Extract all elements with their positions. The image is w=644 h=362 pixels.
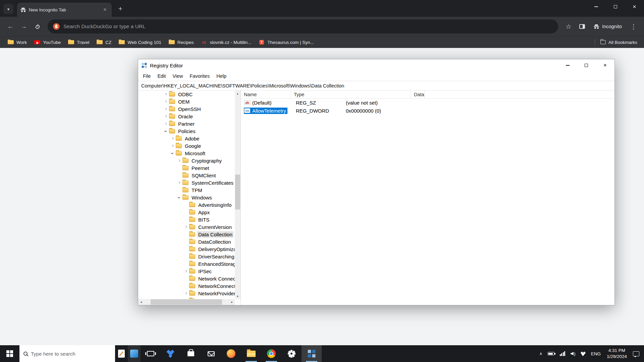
hidden-icons-button[interactable]: ∧ bbox=[537, 345, 545, 362]
tree-item[interactable]: CurrentVersion bbox=[138, 223, 235, 231]
registry-address-bar[interactable]: Computer\HKEY_LOCAL_MACHINE\SOFTWARE\Pol… bbox=[138, 81, 614, 90]
pen-app-button[interactable] bbox=[115, 345, 128, 362]
bookmark-item[interactable]: Work bbox=[4, 38, 31, 47]
side-panel-button[interactable] bbox=[576, 21, 588, 32]
mail-button[interactable] bbox=[201, 345, 221, 362]
menu-item[interactable]: File bbox=[140, 73, 154, 79]
menu-item[interactable]: View bbox=[169, 73, 186, 79]
battery-button[interactable] bbox=[545, 345, 557, 362]
tree-item[interactable]: TPM bbox=[138, 186, 235, 194]
tree-item[interactable]: OEM bbox=[138, 98, 235, 105]
bookmark-item[interactable]: CZ bbox=[93, 38, 115, 47]
dropbox-tray-button[interactable] bbox=[578, 345, 588, 362]
taskbar-clock[interactable]: 4:31 PM 1/29/2024 bbox=[603, 345, 630, 362]
column-header[interactable]: Name bbox=[241, 90, 291, 98]
tree-item[interactable]: BITS bbox=[138, 216, 235, 223]
forward-button[interactable]: → bbox=[18, 21, 30, 32]
scroll-left-icon[interactable]: ◂ bbox=[138, 299, 144, 305]
registry-editor-taskbar-button[interactable] bbox=[302, 345, 322, 362]
tree-item[interactable]: Partner bbox=[138, 120, 235, 127]
browser-maximize-button[interactable] bbox=[606, 0, 625, 13]
firefox-button[interactable] bbox=[221, 345, 241, 362]
tree-expander-icon[interactable] bbox=[163, 114, 169, 119]
tree-item[interactable]: Data Collection bbox=[138, 231, 235, 238]
chrome-button[interactable] bbox=[261, 345, 281, 362]
tree-expander-icon[interactable] bbox=[163, 92, 169, 97]
address-bar[interactable]: Search DuckDuckGo or type a URL bbox=[48, 19, 558, 34]
task-view-button[interactable] bbox=[141, 345, 161, 362]
tree-vertical-scrollbar[interactable]: ▴ ▾ bbox=[235, 90, 240, 299]
registry-value-row[interactable]: (Default) REG_SZ (value not set) bbox=[241, 99, 614, 107]
tree-expander-icon[interactable] bbox=[170, 136, 176, 141]
tree-item[interactable]: Appx bbox=[138, 208, 235, 216]
tree-item[interactable]: NetworkProvider bbox=[138, 290, 235, 297]
tree-expander-icon[interactable] bbox=[176, 195, 182, 200]
tree-item[interactable]: Microsoft bbox=[138, 149, 235, 157]
regedit-minimize-button[interactable] bbox=[558, 59, 577, 71]
scroll-down-icon[interactable]: ▾ bbox=[235, 293, 240, 299]
language-indicator[interactable]: ENG bbox=[588, 345, 603, 362]
back-button[interactable]: ← bbox=[5, 21, 16, 32]
new-tab-button[interactable]: + bbox=[116, 4, 125, 13]
bookmark-item[interactable]: YouTube bbox=[31, 38, 64, 47]
registry-value-row[interactable]: AllowTelemetry REG_DWORD 0x00000000 (0) bbox=[241, 107, 614, 115]
browser-tab[interactable]: New Incognito Tab × bbox=[17, 3, 112, 17]
reload-button[interactable] bbox=[32, 21, 43, 32]
browser-menu-button[interactable]: ⋮ bbox=[628, 21, 639, 32]
tree-expander-icon[interactable] bbox=[163, 128, 169, 134]
tree-horizontal-scrollbar[interactable]: ◂ ▸ bbox=[138, 299, 235, 305]
bookmark-item[interactable]: Web Coding 101 bbox=[115, 38, 165, 47]
start-button[interactable] bbox=[0, 345, 19, 362]
registry-title-bar[interactable]: Registry Editor × bbox=[138, 59, 614, 71]
vertical-scroll-thumb[interactable] bbox=[235, 175, 240, 209]
tree-item[interactable]: Network Connec bbox=[138, 275, 235, 282]
volume-button[interactable]: ) bbox=[568, 345, 578, 362]
bookmark-item[interactable]: Travel bbox=[64, 38, 93, 47]
tree-expander-icon[interactable] bbox=[183, 291, 189, 296]
bookmark-star-button[interactable]: ☆ bbox=[563, 21, 574, 32]
scroll-up-icon[interactable]: ▴ bbox=[235, 90, 240, 96]
bookmark-item[interactable]: Recipes bbox=[165, 38, 198, 47]
all-bookmarks-button[interactable]: All Bookmarks bbox=[598, 40, 640, 45]
tree-item[interactable]: IPSec bbox=[138, 267, 235, 275]
tree-item[interactable]: AdvertisingInfo bbox=[138, 201, 235, 208]
store-button[interactable] bbox=[181, 345, 201, 362]
dropbox-button[interactable] bbox=[161, 345, 181, 362]
action-center-button[interactable] bbox=[630, 345, 642, 362]
file-explorer-button[interactable] bbox=[241, 345, 261, 362]
tree-item[interactable]: DataCollection bbox=[138, 238, 235, 245]
tree-expander-icon[interactable] bbox=[176, 158, 182, 163]
tree-expander-icon[interactable] bbox=[176, 180, 182, 185]
tree-expander-icon[interactable] bbox=[183, 225, 189, 229]
settings-button[interactable] bbox=[281, 345, 302, 362]
browser-minimize-button[interactable] bbox=[587, 0, 606, 13]
tree-item[interactable]: EnhancedStorag bbox=[138, 260, 235, 267]
tree-expander-icon[interactable] bbox=[163, 121, 169, 126]
network-button[interactable] bbox=[557, 345, 568, 362]
tree-item[interactable]: Google bbox=[138, 142, 235, 149]
tree-item[interactable]: DriverSearching bbox=[138, 253, 235, 260]
bookmark-item[interactable]: Thesaurus.com | Syn... bbox=[255, 38, 318, 47]
tree-expander-icon[interactable] bbox=[163, 99, 169, 104]
tree-expander-icon[interactable] bbox=[170, 150, 176, 156]
menu-item[interactable]: Help bbox=[213, 73, 230, 79]
tree-item[interactable]: Peernet bbox=[138, 164, 235, 172]
tree-item[interactable]: SystemCertificates bbox=[138, 179, 235, 186]
tree-item[interactable]: OpenSSH bbox=[138, 105, 235, 113]
tree-item[interactable]: SQMClient bbox=[138, 172, 235, 179]
taskbar-search[interactable] bbox=[19, 345, 115, 362]
regedit-maximize-button[interactable] bbox=[577, 59, 596, 71]
tree-item[interactable]: ODBC bbox=[138, 90, 235, 98]
tree-expander-icon[interactable] bbox=[170, 143, 176, 148]
tab-search-button[interactable]: ▾ bbox=[3, 4, 13, 14]
menu-item[interactable]: Edit bbox=[154, 73, 169, 79]
tree-expander-icon[interactable] bbox=[183, 269, 189, 274]
scroll-right-icon[interactable]: ▸ bbox=[229, 299, 235, 305]
tree-item[interactable]: NetworkConnect bbox=[138, 282, 235, 290]
bookmark-item[interactable]: slovnik.cz - Multilin... bbox=[197, 38, 255, 47]
regedit-close-button[interactable]: × bbox=[596, 59, 614, 71]
tree-item[interactable]: DeliveryOptimiza bbox=[138, 245, 235, 253]
column-header[interactable]: Data bbox=[411, 90, 425, 98]
search-input[interactable] bbox=[31, 351, 111, 357]
tree-item[interactable]: Cryptography bbox=[138, 157, 235, 164]
